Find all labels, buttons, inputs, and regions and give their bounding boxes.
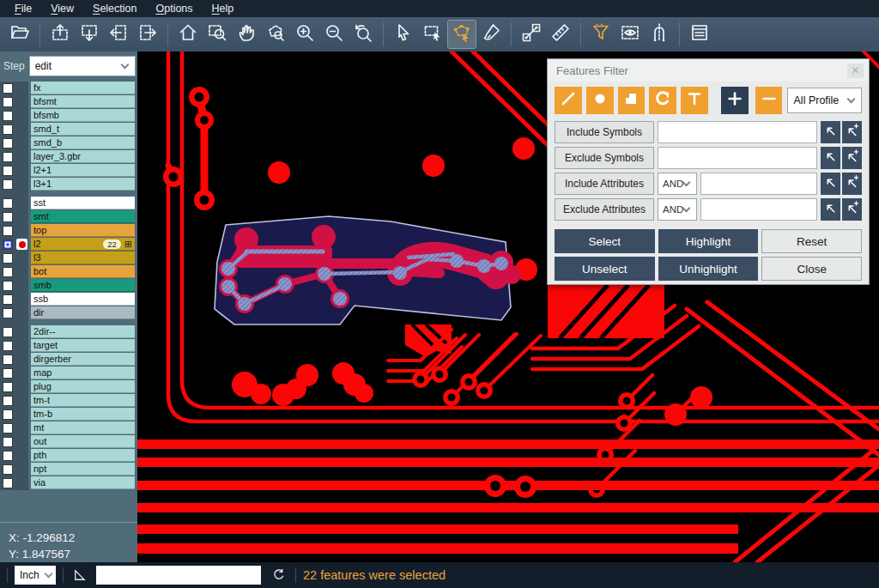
exclude-symbols-input[interactable] bbox=[658, 147, 817, 169]
unselect-button[interactable]: Unselect bbox=[555, 257, 655, 281]
zoom-polygon-button[interactable] bbox=[262, 21, 289, 48]
layer-row-sst[interactable]: sst bbox=[0, 197, 137, 209]
close-button[interactable]: Close bbox=[761, 257, 862, 281]
layer-row-smd_t[interactable]: smd_t bbox=[0, 123, 137, 136]
close-icon[interactable]: ✕ bbox=[847, 64, 864, 78]
layer-name[interactable]: via bbox=[31, 476, 135, 489]
zoom-out-button[interactable] bbox=[320, 21, 348, 48]
layer-name[interactable]: dir bbox=[31, 306, 135, 319]
zoom-in-button[interactable] bbox=[291, 21, 318, 48]
layer-visibility-checkbox[interactable] bbox=[3, 111, 13, 121]
layer-name[interactable]: l2+1 bbox=[31, 164, 135, 177]
include-attributes-input[interactable] bbox=[700, 173, 817, 195]
layer-row-smd_b[interactable]: smd_b bbox=[0, 136, 137, 149]
layer-row-2dir--[interactable]: 2dir-- bbox=[0, 325, 137, 338]
layer-row-bfsmt[interactable]: bfsmt bbox=[0, 95, 137, 108]
reset-button[interactable]: Reset bbox=[761, 229, 862, 253]
view-up-button[interactable] bbox=[46, 21, 74, 48]
layer-name[interactable]: l222⊞ bbox=[31, 238, 135, 251]
layer-name[interactable]: dirgerber bbox=[31, 353, 135, 366]
units-dropdown[interactable]: Inch bbox=[15, 566, 56, 585]
layer-visibility-checkbox[interactable] bbox=[3, 253, 13, 264]
exclude-attributes-pick-add-button[interactable] bbox=[842, 198, 862, 221]
feature-type-pad-button[interactable] bbox=[586, 87, 614, 114]
layers-panel-button[interactable] bbox=[686, 21, 713, 48]
layer-name[interactable]: layer_3.gbr bbox=[31, 150, 135, 163]
include-attributes-button[interactable]: Include Attributes bbox=[555, 173, 654, 195]
layer-visibility-checkbox[interactable] bbox=[3, 409, 13, 420]
layer-visibility-checkbox[interactable] bbox=[3, 341, 13, 351]
add-filter-button[interactable] bbox=[721, 87, 749, 114]
layer-row-npt[interactable]: npt bbox=[0, 463, 137, 476]
layer-name[interactable]: map bbox=[31, 367, 135, 379]
layer-row-dir[interactable]: dir bbox=[0, 306, 137, 319]
layer-visibility-checkbox[interactable] bbox=[3, 308, 13, 318]
exclude-symbols-button[interactable]: Exclude Symbols bbox=[555, 147, 654, 169]
unhighlight-button[interactable]: Unhighlight bbox=[658, 257, 759, 281]
measure-distance-button[interactable] bbox=[518, 21, 545, 48]
layer-visibility-checkbox[interactable] bbox=[3, 239, 13, 250]
profile-dropdown[interactable]: All Profile bbox=[787, 88, 862, 113]
layer-name[interactable]: 2dir-- bbox=[31, 325, 135, 338]
layer-visibility-checkbox[interactable] bbox=[3, 478, 13, 488]
open-file-button[interactable] bbox=[6, 21, 33, 48]
view-down-button[interactable] bbox=[76, 21, 103, 48]
layer-name[interactable]: smd_t bbox=[31, 123, 135, 136]
layer-name[interactable]: l3+1 bbox=[31, 178, 135, 191]
layer-row-plug[interactable]: plug bbox=[0, 380, 137, 393]
highlight-button[interactable]: Highlight bbox=[658, 229, 759, 253]
layer-row-map[interactable]: map bbox=[0, 367, 137, 379]
layer-visibility-checkbox[interactable] bbox=[3, 152, 13, 162]
include-symbols-input[interactable] bbox=[658, 121, 817, 143]
menu-help[interactable]: Help bbox=[203, 1, 244, 16]
layer-visibility-checkbox[interactable] bbox=[3, 83, 13, 94]
layer-name[interactable]: tm-b bbox=[31, 408, 135, 421]
clear-selection-button[interactable] bbox=[477, 21, 505, 48]
layer-name[interactable]: bot bbox=[31, 265, 135, 278]
layer-row-l3[interactable]: l3 bbox=[0, 252, 137, 264]
select-button[interactable]: Select bbox=[555, 229, 655, 253]
feature-type-text-button[interactable] bbox=[681, 87, 708, 114]
layer-name[interactable]: ssb bbox=[31, 293, 135, 306]
layer-visibility-checkbox[interactable] bbox=[3, 396, 13, 406]
snap-angle-icon[interactable] bbox=[70, 566, 89, 585]
layer-visibility-checkbox[interactable] bbox=[3, 166, 13, 176]
layer-name[interactable]: smt bbox=[31, 210, 135, 223]
features-filter-button[interactable] bbox=[587, 21, 615, 48]
exclude-attributes-input[interactable] bbox=[700, 198, 817, 221]
layer-visibility-checkbox[interactable] bbox=[3, 294, 13, 305]
layer-row-via[interactable]: via bbox=[0, 476, 137, 489]
layer-visibility-checkbox[interactable] bbox=[3, 124, 13, 135]
feature-type-line-button[interactable] bbox=[555, 87, 582, 114]
layer-row-tm-t[interactable]: tm-t bbox=[0, 394, 137, 407]
snap-mode-button[interactable] bbox=[646, 21, 673, 48]
layer-visibility-checkbox[interactable] bbox=[3, 382, 13, 392]
layer-row-mt[interactable]: mt bbox=[0, 421, 137, 434]
view-options-button[interactable] bbox=[616, 21, 644, 48]
layer-name[interactable]: smd_b bbox=[31, 136, 135, 149]
menu-options[interactable]: Options bbox=[146, 1, 202, 16]
layer-name[interactable]: npt bbox=[31, 463, 135, 476]
layer-name[interactable]: sst bbox=[31, 197, 135, 209]
layer-name[interactable]: pth bbox=[31, 449, 135, 462]
command-input[interactable] bbox=[96, 566, 261, 585]
refresh-icon[interactable] bbox=[270, 566, 288, 585]
layer-name[interactable]: target bbox=[31, 339, 135, 352]
layer-row-target[interactable]: target bbox=[0, 339, 137, 352]
layer-visibility-checkbox[interactable] bbox=[3, 267, 13, 277]
ruler-button[interactable] bbox=[547, 21, 574, 48]
home-view-button[interactable] bbox=[174, 21, 202, 48]
grid-view-icon[interactable]: ⊞ bbox=[124, 239, 132, 249]
layer-visibility-checkbox[interactable] bbox=[3, 97, 13, 107]
include-attributes-pick-add-button[interactable] bbox=[842, 173, 862, 195]
layer-name[interactable]: out bbox=[31, 435, 135, 448]
layer-row-bot[interactable]: bot bbox=[0, 265, 137, 278]
select-pointer-button[interactable] bbox=[390, 21, 417, 48]
remove-filter-button[interactable] bbox=[755, 87, 783, 114]
layer-visibility-checkbox[interactable] bbox=[3, 437, 13, 447]
layer-visibility-checkbox[interactable] bbox=[3, 423, 13, 433]
layer-name[interactable]: tm-t bbox=[31, 394, 135, 407]
layer-visibility-checkbox[interactable] bbox=[3, 368, 13, 379]
layer-visibility-checkbox[interactable] bbox=[3, 451, 13, 461]
layer-name[interactable]: l3 bbox=[31, 252, 135, 264]
